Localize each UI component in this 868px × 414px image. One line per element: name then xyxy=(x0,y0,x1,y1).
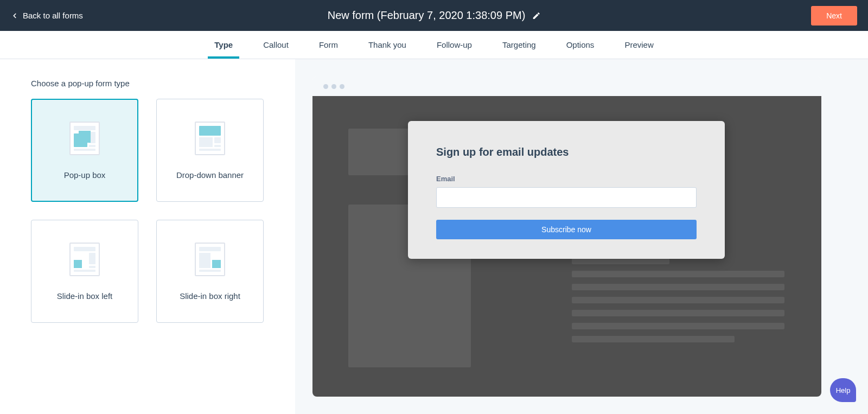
section-title: Choose a pop-up form type xyxy=(31,79,295,88)
card-slide-in-left[interactable]: Slide-in box left xyxy=(31,220,138,323)
skeleton-block xyxy=(572,297,784,303)
skeleton-block xyxy=(572,310,784,316)
tab-options[interactable]: Options xyxy=(566,31,595,59)
preview-panel: Sign up for email updates Email Subscrib… xyxy=(295,59,868,414)
tab-targeting[interactable]: Targeting xyxy=(502,31,536,59)
skeleton-block xyxy=(572,284,784,290)
subscribe-button[interactable]: Subscribe now xyxy=(436,220,697,239)
chrome-dot-icon xyxy=(323,84,328,89)
tab-form[interactable]: Form xyxy=(319,31,338,59)
card-label: Drop-down banner xyxy=(176,170,244,180)
preview-body: Sign up for email updates Email Subscrib… xyxy=(312,96,821,397)
back-to-forms-link[interactable]: Back to all forms xyxy=(11,11,83,20)
card-dropdown-banner[interactable]: Drop-down banner xyxy=(156,99,264,202)
card-label: Pop-up box xyxy=(64,170,106,180)
email-field[interactable] xyxy=(436,187,697,208)
form-type-panel: Choose a pop-up form type xyxy=(0,59,295,414)
card-slide-in-right[interactable]: Slide-in box right xyxy=(156,220,264,323)
slide-left-icon xyxy=(69,243,100,276)
chrome-dot-icon xyxy=(331,84,336,89)
app-header: Back to all forms New form (February 7, … xyxy=(0,0,868,31)
skeleton-block xyxy=(572,271,784,277)
popup-title: Sign up for email updates xyxy=(436,146,697,158)
help-button[interactable]: Help xyxy=(830,378,856,402)
skeleton-block xyxy=(572,336,735,342)
tab-callout[interactable]: Callout xyxy=(263,31,289,59)
form-type-grid: Pop-up box xyxy=(31,99,295,323)
step-tabs: Type Callout Form Thank you Follow-up Ta… xyxy=(0,31,868,59)
header-title-wrap: New form (February 7, 2020 1:38:09 PM) xyxy=(328,9,541,22)
tab-type[interactable]: Type xyxy=(214,31,233,59)
card-label: Slide-in box left xyxy=(57,291,113,301)
email-label: Email xyxy=(436,175,697,183)
tab-thank-you[interactable]: Thank you xyxy=(368,31,406,59)
popup-form: Sign up for email updates Email Subscrib… xyxy=(408,121,725,259)
card-popup-box[interactable]: Pop-up box xyxy=(31,99,138,202)
main-content: Choose a pop-up form type xyxy=(0,59,868,414)
tab-preview[interactable]: Preview xyxy=(624,31,653,59)
tab-follow-up[interactable]: Follow-up xyxy=(437,31,472,59)
dropdown-banner-icon xyxy=(195,122,225,155)
chevron-left-icon xyxy=(11,12,18,20)
chrome-dot-icon xyxy=(340,84,344,89)
slide-right-icon xyxy=(195,243,225,276)
preview-frame: Sign up for email updates Email Subscrib… xyxy=(312,77,821,397)
skeleton-block xyxy=(572,323,784,329)
browser-chrome xyxy=(312,77,821,96)
card-label: Slide-in box right xyxy=(180,291,240,301)
page-title: New form (February 7, 2020 1:38:09 PM) xyxy=(328,9,526,22)
pencil-icon[interactable] xyxy=(532,11,540,20)
next-button[interactable]: Next xyxy=(811,6,857,26)
back-label: Back to all forms xyxy=(23,11,83,20)
popup-box-icon xyxy=(69,122,100,155)
